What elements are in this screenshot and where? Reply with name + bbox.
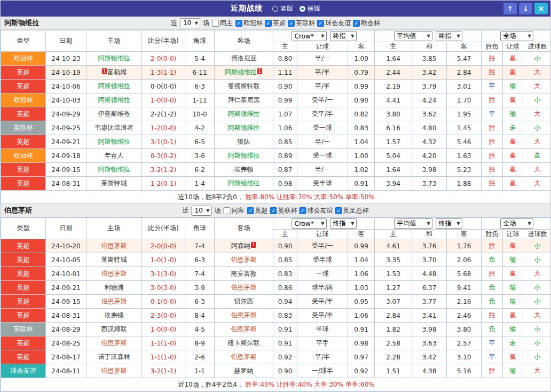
league-filter-英联杯[interactable]: ✓英联杯: [270, 206, 297, 215]
home-team[interactable]: 1富勒姆: [86, 66, 142, 80]
select-value: 终指: [333, 219, 346, 228]
home-team[interactable]: 韦康比流浪者: [86, 121, 142, 135]
home-team[interactable]: 伯恩茅斯: [86, 267, 142, 281]
result-win-draw-loss: 平: [482, 336, 503, 350]
scope-select[interactable]: 全场 ▼: [500, 31, 533, 41]
away-team[interactable]: 伯恩茅斯: [215, 309, 273, 323]
away-team[interactable]: 埃弗顿: [215, 163, 273, 177]
away-team[interactable]: 阿森纳1: [215, 239, 273, 253]
avg-type-select[interactable]: 平均值 ▼: [394, 218, 432, 229]
layout-radio-horizontal[interactable]: 横版: [300, 4, 320, 13]
home-team[interactable]: 莱斯特城: [86, 177, 142, 191]
checkbox-icon[interactable]: ✓: [265, 20, 272, 27]
home-team[interactable]: 伊普斯维奇: [86, 107, 142, 121]
avg-type-select[interactable]: 平均值 ▼: [394, 31, 432, 41]
home-team[interactable]: 阿斯顿维拉: [86, 52, 142, 66]
away-team[interactable]: 切尔西: [215, 295, 273, 309]
checkbox-icon[interactable]: ✓: [353, 20, 360, 27]
away-team[interactable]: 狼队: [215, 135, 273, 149]
league-filter-欧会杯[interactable]: ✓欧会杯: [353, 19, 380, 28]
checkbox-icon[interactable]: ✓: [335, 207, 342, 214]
home-team[interactable]: 阿斯顿维拉: [86, 163, 142, 177]
score-halftime: 3-0(3-0): [142, 281, 185, 295]
score-halftime: 1-1(1-0): [142, 350, 185, 364]
close-button[interactable]: ×: [534, 3, 548, 14]
home-team[interactable]: 阿斯顿维拉: [86, 135, 142, 149]
away-team[interactable]: 纽卡斯尔联: [215, 336, 273, 350]
checkbox-icon[interactable]: ✓: [247, 207, 254, 214]
away-team[interactable]: 阿斯顿维拉: [215, 149, 273, 163]
result-goals: 小: [523, 350, 551, 364]
odds-final-select[interactable]: 终指 ▼: [330, 31, 357, 41]
odds-company-select[interactable]: Crow* ▼: [292, 218, 327, 229]
team-name: 伯恩茅斯: [101, 297, 127, 305]
table-row: 英超 24-10-19 1富勒姆 1-3(1-1) 6-11 阿斯顿维拉1 1.…: [1, 66, 551, 80]
away-team[interactable]: 伯恩茅斯: [215, 281, 273, 295]
checkbox-icon[interactable]: ✓: [235, 20, 242, 27]
handicap-odds-away: 1.03: [348, 281, 375, 295]
layout-radio-vertical[interactable]: 竖版: [272, 4, 293, 13]
home-team[interactable]: 西汉姆联: [86, 323, 142, 336]
avg-final-select[interactable]: 终指 ▼: [436, 218, 462, 229]
checkbox-icon[interactable]: [212, 20, 219, 27]
league-filter-英超[interactable]: ✓英超: [247, 206, 268, 215]
league-filter-球会友谊[interactable]: ✓球会友谊: [317, 19, 351, 28]
match-count-select[interactable]: 10 ▼: [192, 206, 212, 216]
scroll-up-button[interactable]: ↑: [503, 3, 517, 14]
league-filter-球会友谊[interactable]: ✓球会友谊: [300, 206, 333, 215]
home-team[interactable]: 年青人: [86, 149, 142, 163]
away-team[interactable]: 伯恩茅斯: [215, 253, 273, 267]
same-venue-checkbox[interactable]: 同主: [212, 19, 233, 28]
home-team[interactable]: 伯恩茅斯: [86, 295, 142, 309]
away-team[interactable]: 伯恩茅斯: [215, 323, 273, 336]
home-team[interactable]: 伯恩茅斯: [86, 364, 142, 378]
checkbox-icon[interactable]: ✓: [270, 207, 277, 214]
match-date: 24-10-06: [46, 80, 86, 93]
odds-final-select[interactable]: 终指 ▼: [330, 218, 357, 229]
league-filter-英联杯[interactable]: ✓英联杯: [288, 19, 315, 28]
handicap-odds-home: 0.91: [273, 336, 297, 350]
away-team[interactable]: 伯恩茅斯: [215, 350, 273, 364]
result-goals: 大: [523, 267, 551, 281]
handicap-line: 半/一: [297, 163, 348, 177]
away-team[interactable]: 拜仁慕尼黑: [215, 93, 273, 107]
away-team[interactable]: 曼彻斯特联: [215, 80, 273, 93]
handicap-odds-away: 1.09: [348, 52, 375, 66]
result-win-draw-loss: 胜: [482, 177, 503, 191]
scroll-down-button[interactable]: ↓: [519, 3, 532, 14]
checkbox-icon[interactable]: ✓: [300, 207, 306, 214]
home-team[interactable]: 埃弗顿: [86, 309, 142, 323]
home-team[interactable]: 伯恩茅斯: [86, 336, 142, 350]
handicap-line: 受平/半: [297, 295, 348, 309]
avg-final-select[interactable]: 终指 ▼: [436, 31, 462, 41]
score-halftime: 1-1(1-0): [142, 336, 185, 350]
odds-company-select[interactable]: Crow* ▼: [292, 31, 327, 41]
league-filter-欧冠杯[interactable]: ✓欧冠杯: [235, 19, 263, 28]
same-venue-checkbox[interactable]: 同客: [224, 206, 245, 215]
away-team[interactable]: 阿斯顿维拉: [215, 121, 273, 135]
home-team[interactable]: 莱斯特城: [86, 253, 142, 267]
col-result: 胜负: [482, 230, 503, 239]
away-team[interactable]: 博洛尼亚: [215, 52, 273, 66]
home-team[interactable]: 利物浦: [86, 281, 142, 295]
league-filter-英超[interactable]: ✓英超: [265, 19, 286, 28]
match-count-select[interactable]: 10 ▼: [180, 18, 200, 28]
scope-select[interactable]: 全场 ▼: [500, 218, 533, 229]
handicap-odds-header: Crow* ▼ 终指 ▼: [273, 30, 375, 42]
league-filter-英足总杯[interactable]: ✓英足总杯: [335, 206, 369, 215]
home-team[interactable]: 阿斯顿维拉: [86, 93, 142, 107]
score-halftime: 3-1(3-0): [142, 267, 185, 281]
away-team[interactable]: 阿斯顿维拉: [215, 177, 273, 191]
checkbox-icon[interactable]: ✓: [317, 20, 324, 27]
checkbox-icon[interactable]: ✓: [288, 20, 295, 27]
away-team[interactable]: 阿斯顿维拉: [215, 107, 273, 121]
away-team[interactable]: 南安普敦: [215, 267, 273, 281]
home-team[interactable]: 伯恩茅斯: [86, 239, 142, 253]
home-team[interactable]: 诺丁汉森林: [86, 350, 142, 364]
away-team[interactable]: 阿斯顿维拉1: [215, 66, 273, 80]
home-team[interactable]: 阿斯顿维拉: [86, 80, 142, 93]
checkbox-icon[interactable]: [224, 207, 231, 214]
result-win-draw-loss: 负: [482, 281, 503, 295]
away-team[interactable]: 赫罗纳: [215, 364, 273, 378]
team-section: 阿斯顿维拉 近 10 ▼ 场 同主 ✓欧冠杯✓英超✓英联杯✓球会友谊✓欧会杯: [1, 17, 550, 204]
